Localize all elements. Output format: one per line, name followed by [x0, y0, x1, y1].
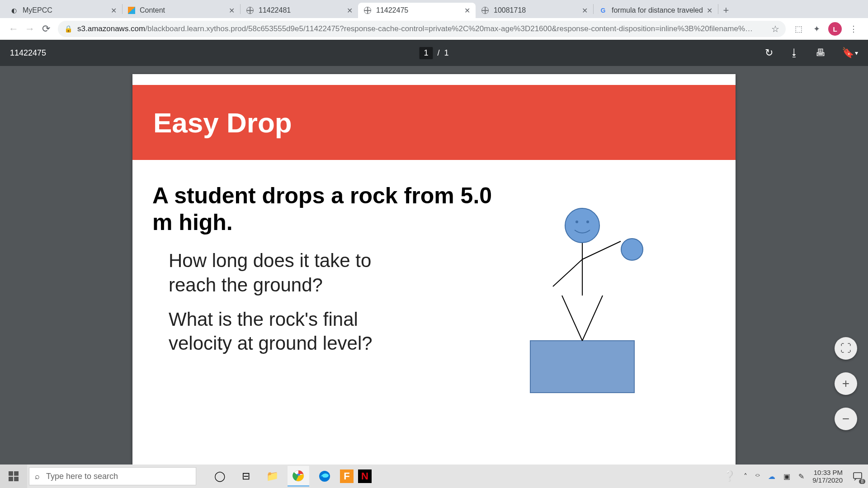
tray-overflow-icon[interactable]: ˄ [744, 472, 747, 481]
svg-point-9 [621, 239, 643, 260]
netflix-icon[interactable]: N [358, 469, 372, 483]
chrome-menu-icon[interactable]: ⋮ [847, 22, 860, 36]
tab-close-icon[interactable]: ✕ [464, 6, 470, 15]
pdf-toolbar: 11422475 1 / 1 ↻ ⭳ 🖶 🔖 ▾ [0, 40, 868, 66]
svg-point-7 [576, 221, 578, 223]
svg-line-5 [582, 241, 621, 259]
tab-close-icon[interactable]: ✕ [111, 6, 117, 15]
extensions-puzzle-icon[interactable]: ✦ [810, 22, 823, 36]
tab-content[interactable]: Content ✕ [123, 3, 240, 18]
file-explorer-icon[interactable]: 📁 [261, 466, 283, 487]
google-icon: G [599, 6, 607, 14]
download-icon[interactable]: ⭳ [789, 47, 799, 59]
pdf-page: Easy Drop A student drops a rock from 5.… [132, 74, 736, 465]
pdf-document-title: 11422475 [10, 48, 46, 58]
task-view-icon[interactable]: ⊟ [235, 466, 257, 487]
app-f-icon[interactable]: F [340, 469, 354, 483]
svg-point-6 [565, 208, 599, 243]
pdf-page-separator: / [437, 48, 439, 58]
slide-text: A student drops a rock from 5.0 m high. … [152, 183, 499, 419]
taskbar-search[interactable]: ⌕ Type here to search [29, 467, 196, 485]
new-tab-button[interactable]: + [718, 3, 734, 18]
reload-button[interactable]: ⟳ [38, 21, 54, 37]
svg-rect-11 [14, 471, 19, 476]
action-center-icon[interactable]: 8 [851, 469, 864, 483]
notification-badge: 8 [859, 479, 865, 484]
zoom-out-button[interactable]: − [835, 408, 857, 430]
svg-rect-13 [14, 477, 19, 481]
tab-title: formula for distance traveled [612, 6, 703, 14]
favicon-icon [128, 7, 135, 14]
system-tray: ❔ ˄ ⌔ ☁ ▣ ✎ 10:33 PM 9/17/2020 8 [723, 469, 868, 484]
wifi-icon[interactable]: ⌔ [755, 472, 760, 480]
profile-avatar[interactable]: L [828, 22, 842, 36]
help-tray-icon[interactable]: ❔ [723, 470, 736, 482]
tab-10081718[interactable]: 10081718 ✕ [476, 3, 593, 18]
url-path: /blackboard.learn.xythos.prod/58c653555d… [145, 24, 753, 33]
bookmark-caret-icon[interactable]: ▾ [855, 49, 858, 56]
tab-close-icon[interactable]: ✕ [347, 6, 353, 15]
globe-icon [246, 6, 254, 14]
svg-line-1 [562, 296, 582, 341]
forward-button[interactable]: → [22, 21, 38, 37]
globe-icon [481, 6, 489, 14]
slide-title: Easy Drop [153, 107, 292, 139]
svg-rect-10 [9, 471, 13, 476]
globe-icon [363, 6, 372, 14]
onedrive-icon[interactable]: ☁ [768, 472, 775, 481]
clock-time: 10:33 PM [812, 469, 843, 476]
address-bar-row: ← → ⟳ 🔒 s3.amazonaws.com /blackboard.lea… [0, 18, 868, 40]
slide-question-2: What is the rock's final velocity at gro… [169, 307, 404, 356]
print-icon[interactable]: 🖶 [816, 47, 826, 59]
rotate-icon[interactable]: ↻ [765, 47, 773, 59]
cortana-icon[interactable]: ◯ [209, 466, 231, 487]
tab-strip: ◐ MyEPCC ✕ Content ✕ 11422481 ✕ 11422475… [0, 0, 868, 18]
tab-title: 11422481 [259, 6, 343, 14]
svg-line-2 [582, 296, 603, 341]
edge-icon[interactable] [314, 466, 335, 487]
pdf-total-pages: 1 [444, 48, 449, 58]
slide-question-1: How long does it take to reach the groun… [169, 249, 404, 297]
taskbar-apps: ◯ ⊟ 📁 F N [209, 466, 372, 487]
svg-rect-0 [530, 341, 634, 393]
bookmark-icon[interactable]: 🔖 [842, 47, 854, 59]
back-button[interactable]: ← [5, 21, 22, 37]
zoom-in-button[interactable]: + [835, 372, 857, 395]
bookmark-star-icon[interactable]: ☆ [771, 23, 779, 34]
slide-subheading: A student drops a rock from 5.0 m high. [152, 183, 499, 236]
tab-title: Content [140, 6, 225, 14]
tab-close-icon[interactable]: ✕ [707, 6, 712, 15]
search-icon: ⌕ [35, 472, 40, 481]
slide-figure [499, 183, 716, 419]
windows-logo-icon [9, 471, 19, 481]
url-host: s3.amazonaws.com [77, 24, 145, 33]
windows-taskbar: ⌕ Type here to search ◯ ⊟ 📁 F N ❔ ˄ ⌔ ☁ … [0, 465, 868, 488]
tab-close-icon[interactable]: ✕ [229, 6, 235, 15]
pdf-current-page[interactable]: 1 [419, 47, 433, 59]
tab-11422481[interactable]: 11422481 ✕ [241, 3, 358, 18]
tab-close-icon[interactable]: ✕ [582, 6, 588, 15]
chrome-icon[interactable] [288, 466, 309, 487]
svg-rect-17 [854, 473, 862, 479]
tab-title: 10081718 [494, 6, 578, 14]
tab-title: 11422475 [376, 6, 461, 14]
cast-icon[interactable]: ▣ [783, 472, 790, 481]
extension-icon[interactable]: ⬚ [792, 22, 805, 36]
tab-google-search[interactable]: G formula for distance traveled ✕ [594, 3, 718, 18]
tab-title: MyEPCC [23, 6, 107, 14]
clock-date: 9/17/2020 [812, 476, 843, 484]
pen-icon[interactable]: ✎ [798, 472, 804, 481]
svg-rect-12 [9, 477, 13, 481]
lock-icon: 🔒 [64, 25, 73, 33]
favicon-icon: ◐ [10, 6, 18, 14]
tab-11422475[interactable]: 11422475 ✕ [358, 3, 476, 18]
taskbar-clock[interactable]: 10:33 PM 9/17/2020 [812, 469, 843, 484]
address-bar[interactable]: 🔒 s3.amazonaws.com /blackboard.learn.xyt… [58, 21, 786, 37]
fit-to-page-button[interactable]: ⛶ [835, 337, 857, 360]
svg-line-4 [553, 259, 582, 286]
pdf-viewport[interactable]: Easy Drop A student drops a rock from 5.… [0, 66, 868, 465]
svg-point-8 [586, 221, 589, 223]
start-button[interactable] [0, 465, 27, 488]
tab-myepcc[interactable]: ◐ MyEPCC ✕ [5, 3, 122, 18]
search-placeholder: Type here to search [46, 472, 118, 481]
